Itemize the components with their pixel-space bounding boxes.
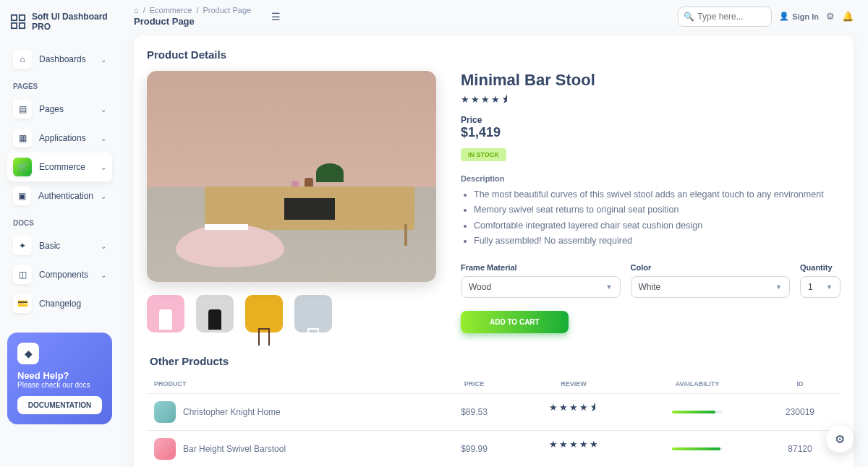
help-sub: Please check our docs: [17, 381, 102, 389]
sidebar-item-ecommerce[interactable]: 🛒 Ecommerce ⌄: [7, 153, 112, 181]
thumbnail-4[interactable]: [294, 295, 332, 333]
shop-icon: ⌂: [13, 50, 32, 69]
col-price: Price: [436, 374, 512, 394]
star-icon: ★: [559, 402, 568, 413]
thumbnail-2[interactable]: [196, 295, 234, 333]
sidebar-item-label: Changelog: [39, 299, 106, 309]
col-product: Product: [147, 374, 436, 394]
sidebar-item-applications[interactable]: ▦ Applications ⌄: [7, 124, 112, 153]
feature-item: Fully assembled! No assembly required: [474, 234, 841, 249]
other-products-table: Product Price Review Availability ID Chr…: [147, 374, 841, 467]
section-docs: DOCS: [7, 215, 112, 231]
star-icon: ★: [549, 439, 558, 450]
sidebar-item-label: Authentication: [38, 191, 93, 201]
product-details: Minimal Bar Stool ★ ★ ★ ★ ⯨ Price $1,419…: [461, 71, 841, 333]
svg-rect-2: [12, 23, 17, 28]
qty-select[interactable]: 1 ▼: [800, 276, 841, 298]
thumbnail-1[interactable]: [147, 295, 184, 333]
search-icon: 🔍: [684, 12, 694, 22]
auth-icon: ▣: [13, 187, 31, 205]
signin-button[interactable]: 👤 Sign In: [779, 12, 819, 21]
sidebar: Soft UI Dashboard PRO ⌂ Dashboards ⌄ PAG…: [0, 0, 119, 467]
row-product-name: Bar Height Swivel Barstool: [183, 444, 286, 454]
section-title: Product Details: [147, 48, 841, 61]
chevron-down-icon: ⌄: [101, 56, 106, 64]
price-label: Price: [461, 115, 841, 125]
table-row[interactable]: Christopher Knight Home $89.53 ★★★★⯨ 230…: [147, 394, 841, 431]
product-card: Product Details Mini: [134, 35, 854, 467]
sidebar-item-label: Applications: [39, 133, 93, 143]
sidebar-item-label: Dashboards: [39, 54, 93, 64]
sidebar-item-label: Components: [39, 270, 93, 280]
pages-icon: ▤: [13, 100, 32, 119]
gear-icon: ⚙: [835, 432, 845, 446]
row-product-name: Christopher Knight Home: [183, 407, 281, 417]
star-icon: ★: [579, 402, 588, 413]
availability-bar: [672, 411, 723, 414]
chevron-down-icon: ⌄: [101, 134, 106, 142]
sidebar-item-label: Ecommerce: [39, 162, 93, 172]
col-availability: Availability: [635, 374, 760, 394]
description-label: Description: [461, 174, 841, 183]
components-icon: ◫: [13, 265, 32, 284]
menu-toggle-icon[interactable]: ☰: [271, 11, 281, 22]
apps-icon: ▦: [13, 129, 32, 147]
thumbnail-3[interactable]: [245, 295, 283, 333]
feature-list: The most beautiful curves of this swivel…: [461, 187, 841, 249]
star-icon: ★: [590, 439, 598, 450]
svg-rect-0: [12, 15, 17, 20]
home-icon: ⌂: [134, 6, 139, 14]
sidebar-item-pages[interactable]: ▤ Pages ⌄: [7, 95, 112, 124]
sidebar-item-basic[interactable]: ✦ Basic ⌄: [7, 231, 112, 260]
select-value: Wood: [469, 282, 491, 292]
gallery: [147, 71, 436, 333]
row-id: 230019: [760, 394, 841, 431]
row-price: $89.53: [436, 394, 512, 431]
rocket-icon: ✦: [13, 236, 32, 255]
material-select[interactable]: Wood ▼: [461, 276, 621, 298]
product-rating: ★ ★ ★ ★ ⯨: [461, 94, 841, 105]
bell-icon[interactable]: 🔔: [842, 11, 854, 22]
changelog-icon: 💳: [13, 294, 32, 313]
product-thumbnail: [154, 438, 176, 460]
feature-item: The most beautiful curves of this swivel…: [474, 187, 841, 202]
help-card: ◆ Need Help? Please check our docs DOCUM…: [7, 333, 112, 424]
page-title: Product Page: [134, 16, 251, 27]
star-icon: ★: [491, 94, 500, 105]
col-review: Review: [512, 374, 635, 394]
price-value: $1,419: [461, 125, 841, 140]
section-pages: PAGES: [7, 78, 112, 95]
star-icon: ★: [559, 439, 568, 450]
sidebar-item-components[interactable]: ◫ Components ⌄: [7, 260, 112, 289]
settings-fab[interactable]: ⚙: [826, 425, 854, 453]
svg-rect-1: [20, 15, 25, 20]
gear-icon[interactable]: ⚙: [826, 11, 835, 22]
product-main-image[interactable]: [147, 71, 436, 282]
diamond-icon: ◆: [17, 343, 39, 364]
breadcrumb: ⌂ / Ecommerce / Product Page: [134, 6, 251, 14]
user-icon: 👤: [779, 12, 789, 21]
sidebar-item-dashboards[interactable]: ⌂ Dashboards ⌄: [7, 45, 112, 74]
svg-rect-3: [20, 23, 25, 28]
qty-label: Quantity: [800, 263, 841, 272]
sidebar-item-authentication[interactable]: ▣ Authentication ⌄: [7, 181, 112, 210]
chevron-down-icon: ⌄: [101, 163, 106, 171]
main-content: ⌂ / Ecommerce / Product Page Product Pag…: [119, 0, 868, 467]
cart-icon: 🛒: [13, 158, 32, 176]
breadcrumb-l1[interactable]: Ecommerce: [150, 6, 192, 14]
color-select[interactable]: White ▼: [631, 276, 791, 298]
table-row[interactable]: Bar Height Swivel Barstool $99.99 ★★★★★ …: [147, 431, 841, 468]
feature-item: Memory swivel seat returns to original s…: [474, 202, 841, 218]
add-to-cart-button[interactable]: ADD TO CART: [461, 311, 569, 333]
breadcrumb-l2: Product Page: [203, 6, 251, 14]
breadcrumb-home[interactable]: ⌂: [134, 6, 139, 14]
brand-logo[interactable]: Soft UI Dashboard PRO: [7, 12, 112, 32]
row-rating: ★★★★⯨: [518, 402, 629, 413]
sidebar-item-changelog[interactable]: 💳 Changelog: [7, 289, 112, 318]
topbar: ⌂ / Ecommerce / Product Page Product Pag…: [134, 3, 854, 35]
stock-badge: IN STOCK: [461, 148, 506, 161]
documentation-button[interactable]: DOCUMENTATION: [17, 396, 102, 414]
chevron-down-icon: ⌄: [101, 242, 106, 250]
availability-bar: [672, 447, 723, 450]
sidebar-item-label: Pages: [39, 104, 93, 114]
